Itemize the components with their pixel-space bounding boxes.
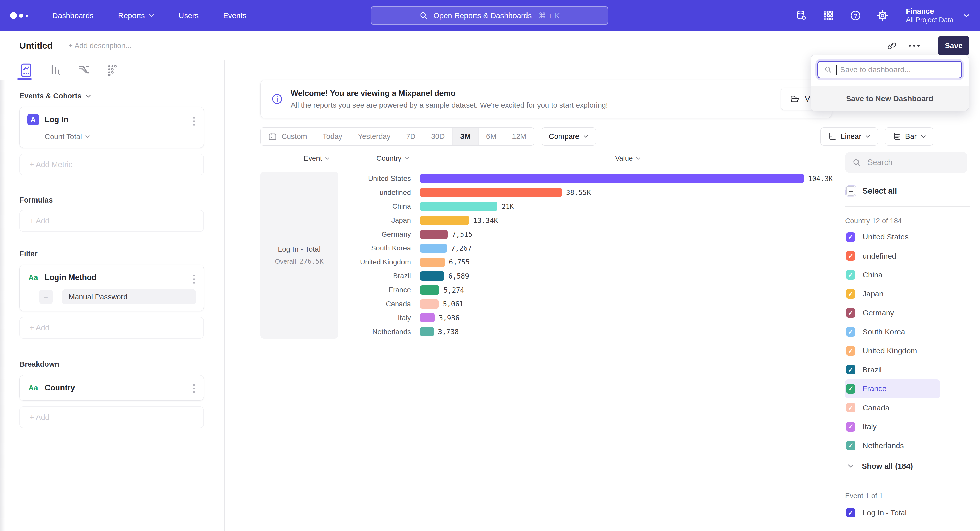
value-bar[interactable] [420,188,562,197]
add-formula-button[interactable]: + Add [19,210,204,232]
chart-type-selector-bar[interactable]: Bar [885,127,933,146]
country-checkbox-checked[interactable]: ✓ [846,270,856,279]
value-bar[interactable] [420,327,434,336]
tab-retention[interactable] [103,60,121,80]
add-metric-button[interactable]: + Add Metric [19,154,204,176]
country-checkbox-checked[interactable]: ✓ [846,365,856,374]
events-cohorts-section-label[interactable]: Events & Cohorts [19,92,204,100]
scale-selector-linear[interactable]: Linear [821,127,878,146]
country-checkbox-row[interactable]: ✓ Canada [845,398,970,417]
more-options-icon[interactable] [909,44,920,47]
filter-kebab-icon[interactable] [192,273,197,285]
select-all-row[interactable]: Select all [845,186,970,196]
value-bar[interactable] [420,216,469,225]
breakdown-card-country[interactable]: Aa Country [19,375,204,401]
data-management-icon[interactable] [795,10,808,22]
filter-card-login-method[interactable]: Aa Login Method = Manual Password [19,265,204,311]
tab-funnels[interactable] [46,60,64,80]
metric-kebab-icon[interactable] [192,115,197,127]
copy-link-icon[interactable] [886,40,897,51]
range-custom[interactable]: Custom [261,127,315,145]
range-6m[interactable]: 6M [479,127,504,145]
global-search[interactable]: Open Reports & Dashboards ⌘ + K [371,6,608,25]
filter-operator-selector[interactable]: = [39,290,53,304]
add-filter-button[interactable]: + Add [19,317,204,339]
nav-item-dashboards[interactable]: Dashboards [52,11,94,20]
metric-card-log-in[interactable]: A Log In Count Total [19,107,204,148]
country-checkbox-row[interactable]: ✓ South Korea [845,322,970,341]
mixpanel-logo[interactable] [10,12,28,19]
country-checkbox-checked[interactable]: ✓ [846,232,856,242]
apps-grid-icon[interactable] [822,10,835,22]
range-yesterday[interactable]: Yesterday [350,127,398,145]
country-checkbox-checked[interactable]: ✓ [846,422,856,431]
country-checkbox-row[interactable]: ✓ Netherlands [845,436,970,455]
event-series-cell[interactable]: Log In - Total Overall 276.5K [260,172,338,339]
report-title[interactable]: Untitled [19,41,52,51]
country-checkbox-row[interactable]: ✓ undefined [845,246,970,265]
help-icon[interactable]: ? [850,10,862,22]
breakdown-kebab-icon[interactable] [192,382,197,395]
country-checkbox-checked[interactable]: ✓ [846,327,856,337]
country-checkbox-checked[interactable]: ✓ [846,441,856,450]
breakdown-property-name[interactable]: Country [45,383,75,393]
event-checkbox-row[interactable]: ✓ Log In - Total [845,504,970,522]
country-checkbox-row[interactable]: ✓ Brazil [845,360,970,379]
column-header-value[interactable]: Value [615,154,641,162]
event-checkbox-checked[interactable]: ✓ [846,508,856,517]
country-checkbox-row[interactable]: ✓ Italy [845,417,970,436]
country-checkbox-checked[interactable]: ✓ [846,384,856,393]
tab-insights[interactable] [17,60,36,80]
metric-event-name[interactable]: Log In [45,115,68,124]
tab-flows[interactable] [75,60,93,80]
aggregation-selector[interactable]: Count Total [45,133,196,141]
show-all-toggle[interactable]: Show all (184) [845,462,970,471]
range-30d[interactable]: 30D [423,127,452,145]
compare-button[interactable]: Compare [542,127,596,146]
range-7d[interactable]: 7D [398,127,423,145]
add-description-field[interactable]: + Add description... [68,41,131,50]
column-header-country[interactable]: Country [376,154,409,162]
settings-gear-icon[interactable] [877,10,889,22]
value-bar[interactable] [420,230,448,239]
country-checkbox-row[interactable]: ✓ China [845,265,970,284]
country-checkbox-checked[interactable]: ✓ [846,346,856,355]
nav-label: Users [179,11,199,20]
value-bar[interactable] [420,271,444,281]
value-bar[interactable] [420,258,445,267]
save-to-new-dashboard-button[interactable]: Save to New Dashboard [811,86,969,111]
country-checkbox-row[interactable]: ✓ Japan [845,284,970,303]
range-today[interactable]: Today [315,127,350,145]
country-checkbox-row[interactable]: ✓ Germany [845,303,970,322]
country-checkbox-row[interactable]: ✓ France [845,379,940,398]
country-name: Brazil [862,366,882,374]
value-bar[interactable] [420,300,439,309]
range-12m[interactable]: 12M [504,127,534,145]
value-bar[interactable] [420,202,497,211]
value-bar[interactable] [420,313,434,322]
country-checkbox-checked[interactable]: ✓ [846,289,856,299]
nav-item-users[interactable]: Users [179,11,199,20]
column-header-event[interactable]: Event [304,154,330,162]
segment-search-input[interactable]: Search [845,152,967,173]
country-checkbox-checked[interactable]: ✓ [846,403,856,412]
range-3m-selected[interactable]: 3M [453,127,479,145]
value-bar[interactable] [420,285,439,295]
country-checkbox-row[interactable]: ✓ United States [845,228,970,246]
country-checkbox-row[interactable]: ✓ United Kingdom [845,341,970,360]
filter-value-selector[interactable]: Manual Password [62,290,196,304]
value-bar[interactable] [420,244,447,253]
project-switcher-text: Finance All Project Data [906,7,953,24]
save-to-dashboard-input[interactable]: Save to dashboard... [818,61,962,78]
nav-item-reports[interactable]: Reports [118,11,154,20]
save-button[interactable]: Save [938,36,969,55]
value-bar[interactable] [420,174,804,183]
country-checkbox-checked[interactable]: ✓ [846,308,856,317]
value-label: 38.55K [566,189,591,197]
nav-item-events[interactable]: Events [223,11,247,20]
select-all-checkbox-indeterminate[interactable] [846,186,856,196]
add-breakdown-button[interactable]: + Add [19,406,204,428]
project-switcher[interactable]: Finance All Project Data [906,7,970,24]
country-checkbox-checked[interactable]: ✓ [846,251,856,261]
filter-property-name[interactable]: Login Method [45,273,97,282]
